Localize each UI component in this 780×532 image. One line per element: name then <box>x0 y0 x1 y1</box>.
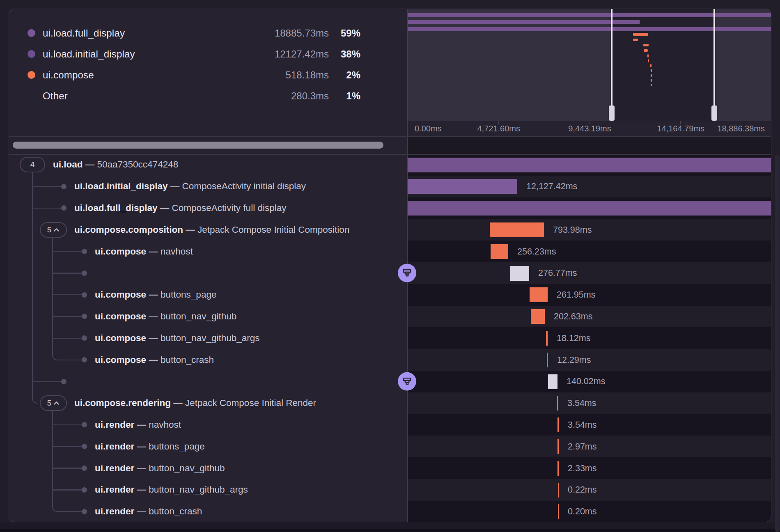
label-separator: — <box>83 159 97 170</box>
gantt-row[interactable]: 2.33ms <box>408 457 771 479</box>
vertical-scrollbar-track[interactable] <box>775 155 780 532</box>
gantt-row[interactable]: 261.95ms <box>408 284 771 306</box>
span-duration-bar[interactable] <box>408 179 517 194</box>
span-duration-bar[interactable] <box>491 244 508 259</box>
span-description: ComposeActivity initial display <box>182 181 306 191</box>
span-tree: 4ui.load — 50aa7350cc474248ui.load.initi… <box>9 154 407 522</box>
span-label: ui.load.initial_display — ComposeActivit… <box>74 181 306 192</box>
axis-tick-label: 14,164.79ms <box>657 124 704 133</box>
trace-minimap[interactable] <box>408 9 771 121</box>
minimap-span-bar <box>651 74 652 77</box>
span-description: 50aa7350cc474248 <box>97 159 179 170</box>
minimap-handle-line[interactable] <box>611 9 613 121</box>
span-duration-bar[interactable] <box>557 396 558 410</box>
gantt-row[interactable] <box>408 154 771 176</box>
gantt-row[interactable]: 202.63ms <box>408 306 771 328</box>
tree-node-dot <box>82 335 87 341</box>
span-duration-label: 0.20ms <box>568 507 597 517</box>
span-label: ui.compose — navhost <box>95 246 193 257</box>
tree-row-ui.load.initial_display[interactable]: ui.load.initial_display — ComposeActivit… <box>9 176 407 197</box>
legend-item-name: ui.load.full_display <box>43 28 125 39</box>
gantt-row[interactable]: 12,127.42ms <box>408 176 771 197</box>
axis-tick-label: 18,886.38ms <box>717 124 765 133</box>
span-duration-bar[interactable] <box>557 417 559 432</box>
axis-tick-label: 9,443.19ms <box>568 124 611 133</box>
gantt-row[interactable] <box>408 197 771 219</box>
span-label: ui.compose.composition — Jetpack Compose… <box>74 225 349 235</box>
trace-panel: ui.load.full_display18885.73ms59%ui.load… <box>9 9 771 522</box>
span-duration-label: 256.23ms <box>517 246 556 257</box>
span-duration-label: 12,127.42ms <box>526 181 577 192</box>
horizontal-scrollbar-thumb[interactable] <box>13 142 383 149</box>
span-duration-bar[interactable] <box>490 222 544 237</box>
horizontal-scrollbar-track <box>9 136 407 154</box>
profile-badge[interactable] <box>398 264 416 282</box>
gantt-row[interactable]: 0.20ms <box>408 501 771 522</box>
gantt-row[interactable]: 2.97ms <box>408 436 771 457</box>
gantt-row[interactable]: 256.23ms <box>408 241 771 262</box>
span-duration-bar[interactable] <box>558 504 559 519</box>
span-label: ui.compose — button_nav_github_args <box>95 333 260 344</box>
span-duration-bar[interactable] <box>557 439 559 454</box>
gantt-row[interactable]: 276.77ms <box>408 262 771 284</box>
tree-row-profile[interactable] <box>9 371 407 392</box>
span-duration-bar[interactable] <box>557 461 559 476</box>
label-separator: — <box>158 203 172 213</box>
gantt-row[interactable]: 3.54ms <box>408 392 771 414</box>
label-separator: — <box>146 311 161 321</box>
span-label: ui.render — buttons_page <box>95 441 205 452</box>
tree-row-ui.compose.rendering[interactable]: 5ui.compose.rendering — Jetpack Compose … <box>9 392 407 414</box>
tree-connector-curve <box>52 355 83 360</box>
tree-connector-line <box>53 251 83 252</box>
tree-node-dot <box>82 466 87 471</box>
minimap-span-bar <box>644 49 648 52</box>
gantt-row[interactable]: 12.29ms <box>408 349 771 371</box>
span-duration-label: 0.22ms <box>568 485 597 495</box>
minimap-handle-line[interactable] <box>713 9 715 121</box>
tree-row-ui.compose.composition[interactable]: 5ui.compose.composition — Jetpack Compos… <box>9 219 407 241</box>
span-label: ui.compose — button_crash <box>95 355 214 365</box>
gantt-row[interactable]: 140.02ms <box>408 371 771 392</box>
label-separator: — <box>134 484 149 495</box>
gantt-row[interactable]: 3.54ms <box>408 414 771 436</box>
axis-tick-label: 0.00ms <box>415 124 442 133</box>
orange-dot-icon <box>28 71 35 79</box>
expand-children-pill[interactable]: 4 <box>20 157 45 172</box>
minimap-span-bar <box>408 13 771 17</box>
legend-item-duration: 12127.42ms <box>275 48 329 60</box>
span-duration-label: 793.98ms <box>553 225 592 235</box>
profile-flamegraph-icon <box>402 268 412 278</box>
legend-row: Other280.3ms1% <box>9 88 407 104</box>
span-duration-bar[interactable] <box>548 374 557 389</box>
span-duration-bar[interactable] <box>531 309 545 324</box>
span-description: ComposeActivity full display <box>172 203 287 213</box>
span-duration-bar[interactable] <box>510 266 529 281</box>
span-op: ui.compose <box>95 355 146 365</box>
tree-node-dot <box>82 271 87 276</box>
span-duration-bar[interactable] <box>408 201 771 216</box>
legend-item-percent: 1% <box>323 90 360 102</box>
purple-dot-icon <box>28 50 35 58</box>
span-duration-label: 276.77ms <box>538 268 577 278</box>
minimap-viewport-region[interactable] <box>612 9 714 121</box>
legend-row: ui.load.initial_display12127.42ms38% <box>9 46 407 62</box>
span-duration-bar[interactable] <box>558 483 559 498</box>
span-duration-bar[interactable] <box>408 158 771 172</box>
span-label: ui.load — 50aa7350cc474248 <box>53 159 178 170</box>
gantt-row[interactable]: 0.22ms <box>408 479 771 501</box>
tree-row-ui.load.full_display[interactable]: ui.load.full_display — ComposeActivity f… <box>9 197 407 219</box>
chevron-up-icon <box>53 401 60 405</box>
collapse-children-pill[interactable]: 5 <box>40 222 67 238</box>
minimap-handle-grip[interactable] <box>609 105 615 121</box>
gantt-row[interactable]: 793.98ms <box>408 219 771 241</box>
tree-connector-curve <box>52 507 83 512</box>
minimap-handle-grip[interactable] <box>711 105 717 121</box>
span-duration-bar[interactable] <box>547 353 548 367</box>
collapse-children-pill[interactable]: 5 <box>40 395 67 411</box>
span-duration-bar[interactable] <box>530 287 548 302</box>
span-duration-bar[interactable] <box>546 331 548 346</box>
tree-row-ui.load[interactable]: 4ui.load — 50aa7350cc474248 <box>9 154 407 176</box>
span-description: button_nav_github_args <box>149 484 248 495</box>
gantt-row[interactable]: 18.12ms <box>408 327 771 349</box>
profile-badge[interactable] <box>398 372 416 391</box>
